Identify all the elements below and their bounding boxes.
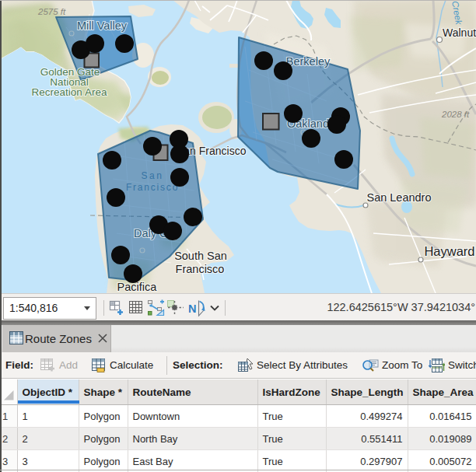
svg-text:Berkeley: Berkeley <box>286 55 331 68</box>
svg-text:Mill Valley: Mill Valley <box>77 19 128 32</box>
svg-text:2575 ft: 2575 ft <box>37 7 66 16</box>
svg-text:Walnut: Walnut <box>443 26 476 39</box>
svg-text:Pacifica: Pacifica <box>117 281 158 293</box>
svg-text:Recreation Area: Recreation Area <box>32 86 107 98</box>
svg-text:Hayward: Hayward <box>424 244 474 258</box>
svg-text:San Leandro: San Leandro <box>366 191 431 204</box>
svg-text:South San: South San <box>174 250 227 262</box>
svg-text:N: N <box>188 302 196 315</box>
svg-text:2028 ft: 2028 ft <box>441 110 470 119</box>
svg-text:Francisco: Francisco <box>176 263 225 275</box>
